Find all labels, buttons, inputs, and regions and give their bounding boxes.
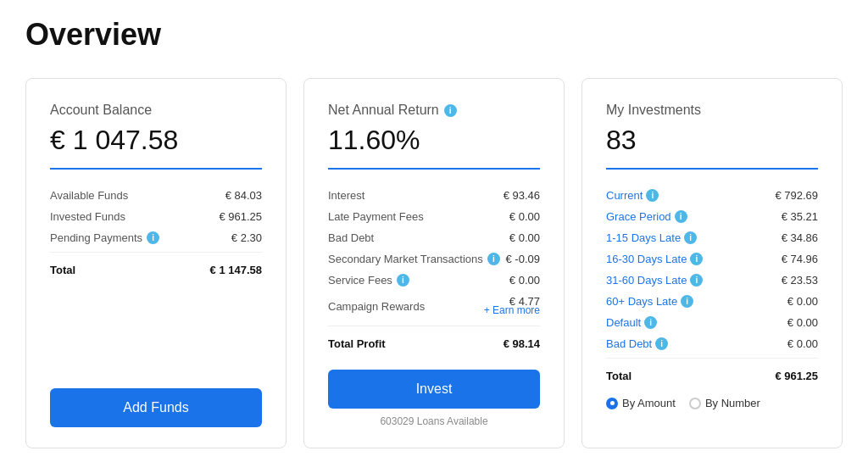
bad-debt-label: Bad Debt bbox=[328, 231, 374, 244]
default-row: Default i € 0.00 bbox=[606, 312, 818, 333]
days-late-31-60-label[interactable]: 31-60 Days Late i bbox=[606, 274, 703, 287]
profit-total-divider bbox=[328, 326, 540, 326]
available-funds-label: Available Funds bbox=[50, 189, 128, 202]
days-late-60plus-label[interactable]: 60+ Days Late i bbox=[606, 295, 693, 308]
by-number-option[interactable]: By Number bbox=[689, 397, 760, 409]
investments-total-divider bbox=[606, 358, 818, 359]
investments-bad-debt-info-icon[interactable]: i bbox=[655, 337, 668, 350]
default-info-icon[interactable]: i bbox=[644, 316, 657, 329]
earn-more-link[interactable]: + Earn more bbox=[484, 304, 540, 316]
available-funds-row: Available Funds € 84.03 bbox=[50, 185, 262, 206]
current-info-icon[interactable]: i bbox=[646, 189, 659, 202]
days-late-31-60-row: 31-60 Days Late i € 23.53 bbox=[606, 270, 818, 291]
days-late-1-15-label[interactable]: 1-15 Days Late i bbox=[606, 231, 697, 244]
investments-total-value: € 961.25 bbox=[775, 370, 818, 382]
default-label[interactable]: Default i bbox=[606, 316, 657, 329]
current-row: Current i € 792.69 bbox=[606, 185, 818, 206]
days-late-16-30-value: € 74.96 bbox=[782, 253, 818, 265]
campaign-rewards-label: Campaign Rewards bbox=[328, 300, 425, 313]
invested-funds-value: € 961.25 bbox=[219, 210, 262, 223]
total-profit-row: Total Profit € 98.14 bbox=[328, 333, 540, 354]
by-amount-label: By Amount bbox=[622, 397, 676, 409]
account-balance-card: Account Balance € 1 047.58 Available Fun… bbox=[25, 78, 287, 448]
available-funds-value: € 84.03 bbox=[225, 189, 262, 202]
my-investments-divider bbox=[606, 168, 818, 170]
interest-value: € 93.46 bbox=[504, 189, 540, 202]
grace-period-label[interactable]: Grace Period i bbox=[606, 210, 687, 223]
secondary-market-info-icon[interactable]: i bbox=[487, 253, 500, 265]
my-investments-value: 83 bbox=[606, 125, 818, 156]
service-fees-row: Service Fees i € 0.00 bbox=[328, 270, 540, 291]
net-annual-return-value: 11.60% bbox=[328, 125, 540, 156]
bad-debt-value: € 0.00 bbox=[509, 231, 540, 244]
service-fees-label: Service Fees bbox=[328, 274, 392, 287]
service-fees-value: € 0.00 bbox=[509, 274, 540, 287]
net-annual-return-title: Net Annual Return i bbox=[328, 103, 540, 118]
days-late-16-30-info-icon[interactable]: i bbox=[690, 253, 703, 265]
by-amount-option[interactable]: By Amount bbox=[606, 397, 676, 409]
balance-total-divider bbox=[50, 252, 262, 253]
cards-container: Account Balance € 1 047.58 Available Fun… bbox=[25, 78, 843, 448]
balance-total-label: Total bbox=[50, 264, 75, 276]
by-number-radio[interactable] bbox=[689, 398, 701, 409]
pending-payments-info-icon[interactable]: i bbox=[147, 231, 159, 244]
loans-available-text: 603029 Loans Available bbox=[328, 415, 540, 427]
balance-total-value: € 1 147.58 bbox=[210, 264, 262, 276]
invested-funds-row: Invested Funds € 961.25 bbox=[50, 206, 262, 227]
account-balance-value: € 1 047.58 bbox=[50, 125, 262, 156]
grace-period-row: Grace Period i € 35.21 bbox=[606, 206, 818, 227]
default-value: € 0.00 bbox=[787, 316, 818, 329]
my-investments-card: My Investments 83 Current i € 792.69 Gra… bbox=[581, 78, 843, 448]
pending-payments-row: Pending Payments i € 2.30 bbox=[50, 227, 262, 248]
account-balance-title: Account Balance bbox=[50, 103, 262, 118]
secondary-market-value: € -0.09 bbox=[506, 253, 540, 265]
net-annual-return-info-icon[interactable]: i bbox=[444, 104, 457, 117]
net-annual-return-divider bbox=[328, 168, 540, 170]
late-payment-fees-label: Late Payment Fees bbox=[328, 210, 424, 223]
investments-bad-debt-label[interactable]: Bad Debt i bbox=[606, 337, 668, 350]
campaign-rewards-row: Campaign Rewards € 4.77 + Earn more bbox=[328, 291, 540, 322]
days-late-31-60-info-icon[interactable]: i bbox=[690, 274, 703, 287]
net-annual-return-card: Net Annual Return i 11.60% Interest € 93… bbox=[303, 78, 565, 448]
interest-label: Interest bbox=[328, 189, 364, 202]
days-late-60plus-value: € 0.00 bbox=[787, 295, 818, 308]
interest-row: Interest € 93.46 bbox=[328, 185, 540, 206]
total-profit-value: € 98.14 bbox=[504, 337, 540, 350]
by-amount-radio[interactable] bbox=[606, 398, 618, 409]
pending-payments-label: Pending Payments bbox=[50, 231, 142, 244]
days-late-31-60-value: € 23.53 bbox=[782, 274, 818, 287]
invested-funds-label: Invested Funds bbox=[50, 210, 125, 223]
late-payment-fees-value: € 0.00 bbox=[509, 210, 540, 223]
my-investments-title: My Investments bbox=[606, 103, 818, 118]
secondary-market-row: Secondary Market Transactions i € -0.09 bbox=[328, 248, 540, 270]
days-late-1-15-info-icon[interactable]: i bbox=[684, 231, 697, 244]
by-number-label: By Number bbox=[705, 397, 760, 409]
account-balance-divider bbox=[50, 168, 262, 170]
secondary-market-label: Secondary Market Transactions bbox=[328, 253, 483, 265]
bad-debt-row: Bad Debt € 0.00 bbox=[328, 227, 540, 248]
current-value: € 792.69 bbox=[775, 189, 818, 202]
grace-period-value: € 35.21 bbox=[782, 210, 818, 223]
investments-bad-debt-value: € 0.00 bbox=[787, 337, 818, 350]
grace-period-info-icon[interactable]: i bbox=[675, 210, 687, 223]
service-fees-info-icon[interactable]: i bbox=[397, 274, 409, 287]
days-late-16-30-row: 16-30 Days Late i € 74.96 bbox=[606, 248, 818, 270]
days-late-60plus-info-icon[interactable]: i bbox=[681, 295, 693, 308]
invest-button[interactable]: Invest bbox=[328, 370, 540, 409]
days-late-16-30-label[interactable]: 16-30 Days Late i bbox=[606, 253, 703, 265]
balance-total-row: Total € 1 147.58 bbox=[50, 259, 262, 281]
investments-total-label: Total bbox=[606, 370, 632, 382]
late-payment-fees-row: Late Payment Fees € 0.00 bbox=[328, 206, 540, 227]
investments-total-row: Total € 961.25 bbox=[606, 365, 818, 387]
days-late-1-15-row: 1-15 Days Late i € 34.86 bbox=[606, 227, 818, 248]
view-toggle-group: By Amount By Number bbox=[606, 397, 818, 409]
add-funds-button[interactable]: Add Funds bbox=[50, 388, 262, 427]
days-late-60plus-row: 60+ Days Late i € 0.00 bbox=[606, 291, 818, 312]
total-profit-label: Total Profit bbox=[328, 337, 386, 350]
page-title: Overview bbox=[25, 17, 843, 53]
days-late-1-15-value: € 34.86 bbox=[782, 231, 818, 244]
pending-payments-value: € 2.30 bbox=[231, 231, 262, 244]
current-label[interactable]: Current i bbox=[606, 189, 659, 202]
investments-bad-debt-row: Bad Debt i € 0.00 bbox=[606, 333, 818, 354]
